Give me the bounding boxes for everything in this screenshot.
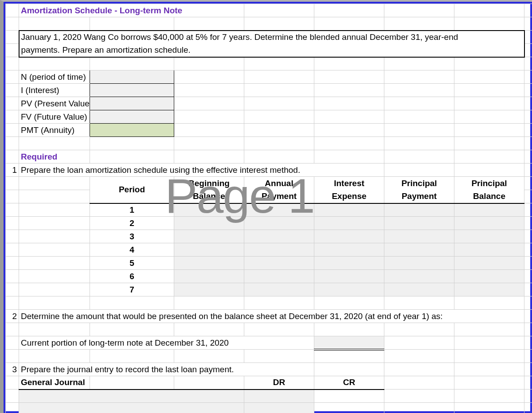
hdr-period: Period: [90, 177, 174, 203]
input-row-pmt: PMT (Annuity): [6, 124, 532, 137]
q3-text: Prepare the journal entry to record the …: [19, 363, 314, 376]
hdr-prinbal1: Principal: [454, 177, 524, 190]
fv-label: FV (Future Value): [19, 110, 90, 124]
i-label: I (Interest): [19, 84, 90, 97]
table-row: 3: [6, 230, 532, 243]
problem-text-row1: January 1, 2020 Wang Co borrows $40,000 …: [6, 31, 532, 44]
je-cr-1[interactable]: [314, 390, 384, 403]
pmt-label: PMT (Annuity): [19, 124, 90, 137]
je-dr-2[interactable]: [244, 403, 314, 413]
hdr-begbal1: Beginning: [174, 177, 244, 190]
title-row: Amortization Schedule - Long-term Note: [6, 4, 532, 17]
problem-text-row2: payments. Prepare an amortization schedu…: [6, 44, 532, 57]
hdr-prinpay2: Payment: [384, 190, 454, 203]
je-row: [6, 390, 532, 403]
je-cr-2[interactable]: [314, 403, 384, 413]
table-row: 4: [6, 243, 532, 257]
q1-number: 1: [6, 164, 19, 177]
n-input[interactable]: [90, 70, 174, 84]
table-row: 2: [6, 217, 532, 230]
hdr-intexp1: Interest: [314, 177, 384, 190]
q3-number: 3: [6, 363, 19, 376]
i-input[interactable]: [90, 84, 174, 97]
table-row: 7: [6, 283, 532, 296]
problem-line1: January 1, 2020 Wang Co borrows $40,000 …: [19, 31, 524, 44]
spreadsheet-grid: Amortization Schedule - Long-term Note J…: [5, 4, 532, 413]
gj-header-row: General Journal DR CR: [6, 376, 532, 390]
input-row-pv: PV (Present Value: [6, 97, 532, 110]
pmt-input[interactable]: [90, 124, 174, 137]
q2-row: 2 Determine the amount that would be pre…: [6, 310, 532, 323]
problem-line2: payments. Prepare an amortization schedu…: [19, 44, 524, 57]
amort-header-row1: Period Beginning Annual Interest Princip…: [6, 177, 532, 190]
input-row-i: I (Interest): [6, 84, 532, 97]
required-label: Required: [19, 150, 90, 164]
q1-text: Prepare the loan amortization schedule u…: [19, 164, 384, 177]
dr-label: DR: [244, 376, 314, 390]
current-portion-label: Current portion of long-term note at Dec…: [19, 336, 314, 350]
amort-header-row2: Balance Payment Expense Payment Balance: [6, 190, 532, 203]
pv-label: PV (Present Value: [19, 97, 90, 110]
input-row-n: N (period of time): [6, 70, 532, 84]
table-row: 1: [6, 203, 532, 217]
hdr-intexp2: Expense: [314, 190, 384, 203]
hdr-annpay2: Payment: [244, 190, 314, 203]
gj-label: General Journal: [19, 376, 90, 390]
hdr-begbal2: Balance: [174, 190, 244, 203]
hdr-prinbal2: Balance: [454, 190, 524, 203]
sheet-title: Amortization Schedule - Long-term Note: [19, 4, 244, 17]
required-row: Required: [6, 150, 532, 164]
je-row: [6, 403, 532, 413]
je-dr-1[interactable]: [244, 390, 314, 403]
q2-number: 2: [6, 310, 19, 323]
pv-input[interactable]: [90, 97, 174, 110]
current-portion-value[interactable]: [314, 336, 384, 350]
table-row: 5: [6, 257, 532, 270]
hdr-prinpay1: Principal: [384, 177, 454, 190]
n-label: N (period of time): [19, 70, 90, 84]
q3-row: 3 Prepare the journal entry to record th…: [6, 363, 532, 376]
q2-text: Determine the amount that would be prese…: [19, 310, 524, 323]
je-account-2[interactable]: [19, 403, 244, 413]
input-row-fv: FV (Future Value): [6, 110, 532, 124]
current-portion-row: Current portion of long-term note at Dec…: [6, 336, 532, 350]
cr-label: CR: [314, 376, 384, 390]
je-account-1[interactable]: [19, 390, 244, 403]
fv-input[interactable]: [90, 110, 174, 124]
hdr-annpay1: Annual: [244, 177, 314, 190]
table-row: 6: [6, 270, 532, 283]
q1-row: 1 Prepare the loan amortization schedule…: [6, 164, 532, 177]
